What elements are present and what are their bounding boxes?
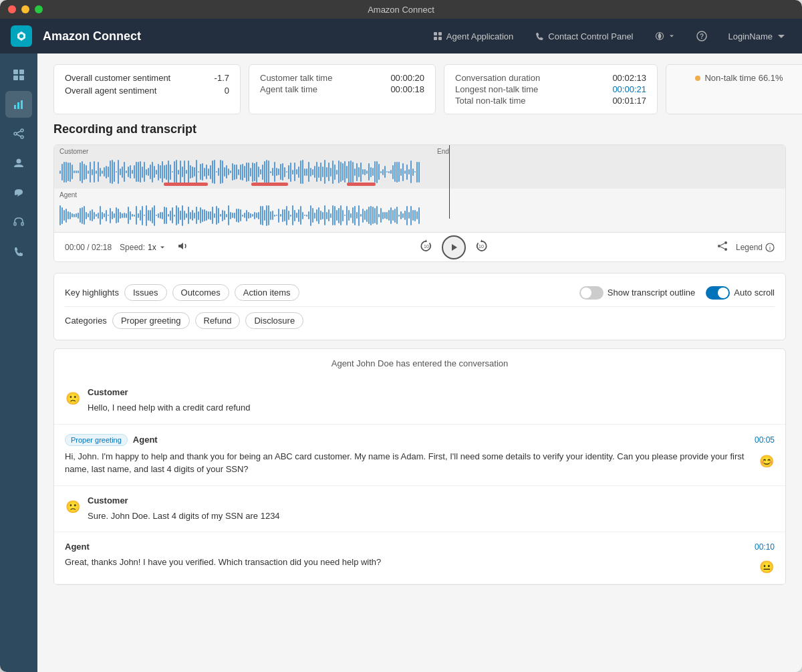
auto-scroll-toggle[interactable] (706, 286, 730, 300)
stats-row: Overall customer sentiment -1.7 Overall … (53, 64, 786, 114)
recording-section: Recording and transcript Customer End //… (53, 122, 786, 585)
playhead (449, 145, 450, 219)
svg-rect-12 (14, 105, 16, 109)
msg-sender-2: Agent (133, 435, 158, 445)
share-button[interactable] (717, 241, 728, 253)
svg-line-18 (17, 131, 21, 133)
sidebar (0, 53, 37, 672)
transcript-message-1: 🙁 Customer Hello, I need help with a cre… (54, 378, 785, 425)
svg-point-29 (724, 248, 727, 251)
talk-time-card: Customer talk time 00:00:20 Agent talk t… (249, 64, 436, 114)
msg-sender-1: Customer (88, 387, 128, 397)
sidebar-item-dashboard[interactable] (5, 62, 32, 88)
duration-card: Conversation duration 00:02:13 Longest n… (444, 64, 658, 114)
agent-application-button[interactable]: Agent Application (428, 29, 519, 44)
speed-label: Speed: (120, 243, 145, 252)
agent-talk-time-value: 00:00:18 (390, 84, 424, 94)
svg-text:?: ? (699, 33, 703, 40)
sentiment-icon-4: 😐 (759, 560, 774, 574)
svg-rect-9 (19, 70, 24, 74)
legend-label: Legend (736, 243, 763, 252)
maximize-button[interactable] (35, 5, 43, 13)
login-name[interactable]: LoginName (723, 29, 792, 44)
close-button[interactable] (8, 5, 16, 13)
agent-sentiment-label: Overall agent sentiment (65, 86, 156, 96)
msg-time-4: 00:10 (755, 542, 775, 552)
proper-greeting-badge: Proper greeting (65, 434, 128, 446)
contact-control-panel-button[interactable]: Contact Control Panel (529, 29, 638, 44)
top-navigation: Amazon Connect Agent Application Contact… (0, 19, 802, 53)
msg-text-1: Hello, I need help with a credit card re… (88, 401, 775, 415)
transcript-controls: Show transcript outline Auto scroll (579, 286, 775, 300)
svg-text:i: i (769, 245, 771, 251)
skip-forward-icon: 10 (474, 239, 489, 253)
sidebar-item-channels[interactable] (5, 179, 32, 206)
sidebar-item-users[interactable] (5, 150, 32, 177)
customer-sentiment-label: Overall customer sentiment (65, 73, 170, 83)
sentiment-icon-1: 🙁 (65, 391, 80, 406)
recording-title: Recording and transcript (53, 122, 786, 136)
svg-point-0 (19, 34, 23, 38)
sidebar-item-routing[interactable] (5, 120, 32, 147)
svg-point-16 (21, 129, 23, 132)
minimize-button[interactable] (21, 5, 29, 13)
key-highlights-label: Key highlights (65, 288, 119, 298)
refund-tag[interactable]: Refund (195, 312, 241, 329)
svg-point-30 (718, 245, 720, 247)
language-button[interactable] (650, 29, 680, 43)
speed-control[interactable]: Speed: 1x (120, 243, 166, 252)
highlights-card: Key highlights Issues Outcomes Action it… (53, 273, 786, 340)
waveform-card: Customer End // Will be rendered via JS … (53, 144, 786, 262)
svg-rect-4 (438, 37, 442, 40)
sidebar-item-analytics[interactable] (5, 91, 32, 118)
end-label: End (437, 148, 449, 155)
svg-rect-10 (13, 76, 18, 80)
agent-channel-label: Agent (59, 191, 77, 199)
disclosure-tag[interactable]: Disclosure (245, 312, 303, 329)
outcomes-tag[interactable]: Outcomes (172, 284, 229, 301)
time-display: 00:00 / 02:18 (65, 243, 112, 252)
legend-button[interactable]: Legend i (736, 243, 775, 252)
auto-scroll-label: Auto scroll (734, 288, 775, 298)
speed-dropdown-icon (159, 244, 166, 251)
app-window: Amazon Connect Amazon Connect Agent Appl… (0, 0, 802, 672)
svg-rect-1 (434, 32, 437, 35)
speed-value: 1x (148, 243, 156, 252)
waveform-area[interactable]: Customer End // Will be rendered via JS … (54, 145, 785, 232)
categories-label: Categories (65, 316, 107, 326)
total-nontalk-label: Total non-talk time (455, 96, 602, 106)
sidebar-item-headset[interactable] (5, 209, 32, 235)
volume-button[interactable] (174, 237, 191, 257)
app-body: Overall customer sentiment -1.7 Overall … (0, 53, 802, 672)
svg-rect-2 (438, 32, 442, 35)
help-button[interactable]: ? (691, 28, 712, 44)
main-content: Overall customer sentiment -1.7 Overall … (37, 53, 802, 672)
msg-text-3: Sure. John Doe. Last 4 digits of my SSN … (88, 510, 775, 523)
total-nontalk-value: 00:01:17 (612, 96, 646, 106)
show-transcript-outline-toggle[interactable] (579, 286, 604, 300)
sidebar-item-phone[interactable] (5, 238, 32, 265)
svg-point-15 (14, 132, 17, 135)
conversation-duration-value: 00:02:13 (612, 73, 646, 83)
svg-marker-26 (481, 239, 483, 242)
svg-rect-8 (13, 70, 18, 74)
skip-back-button[interactable]: 10 (419, 239, 434, 255)
skip-back-icon: 10 (419, 239, 434, 253)
svg-rect-14 (21, 100, 23, 109)
play-icon (448, 242, 459, 253)
customer-sentiment-value: -1.7 (215, 73, 229, 83)
system-message: Agent John Doe has entered the conversat… (54, 349, 785, 378)
window-controls (8, 5, 43, 13)
sentiment-icon-2: 😊 (759, 454, 774, 469)
brand-icon (11, 25, 32, 47)
transcript-message-3: 🙁 Customer Sure. John Doe. Last 4 digits… (54, 486, 785, 533)
proper-greeting-tag[interactable]: Proper greeting (112, 312, 190, 329)
issues-tag[interactable]: Issues (124, 284, 167, 301)
share-icon (717, 241, 728, 251)
skip-forward-button[interactable]: 10 (474, 239, 489, 255)
play-button[interactable] (442, 235, 466, 259)
show-transcript-outline-toggle-group: Show transcript outline (579, 286, 696, 300)
longest-nontalk-value: 00:00:21 (612, 84, 646, 94)
legend-info-icon: i (765, 243, 775, 252)
action-items-tag[interactable]: Action items (235, 284, 299, 301)
